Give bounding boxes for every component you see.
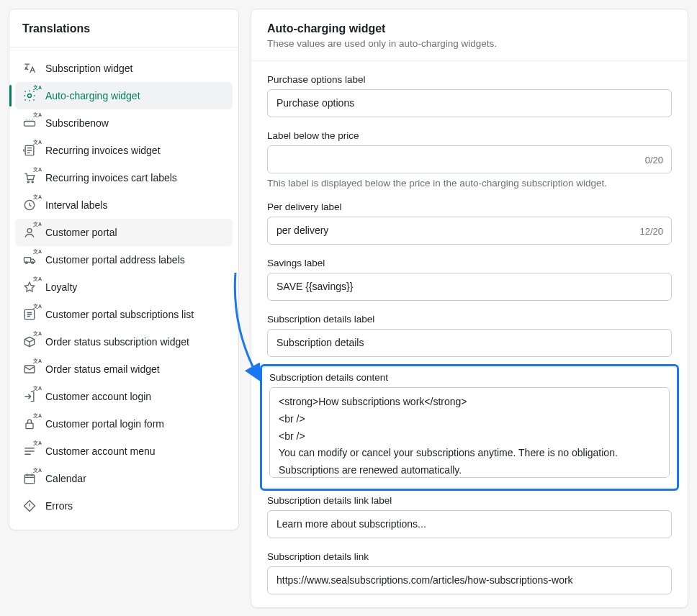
field-helper: This label is displayed below the price … <box>267 178 672 189</box>
sidebar-item-label: Loyalty <box>45 281 77 293</box>
sidebar-item-subscription-widget[interactable]: Subscription widget <box>15 55 233 82</box>
sidebar-item-label: Recurring invoices cart labels <box>45 172 177 184</box>
subscription-details-link-input[interactable] <box>267 566 672 594</box>
translate-icon <box>22 61 37 76</box>
sidebar-item-label: Interval labels <box>45 199 107 211</box>
calendar-icon: 文A <box>22 471 37 486</box>
page-subtitle: These values are used only in auto-charg… <box>267 38 672 49</box>
sidebar-item-customer-portal-subscriptions-list[interactable]: 文A Customer portal subscriptions list <box>15 301 233 328</box>
star-icon: 文A <box>22 280 37 294</box>
svg-point-8 <box>26 262 28 264</box>
sidebar-item-label: Customer portal address labels <box>45 254 185 266</box>
sidebar-item-calendar[interactable]: 文A Calendar <box>15 465 233 492</box>
field-label: Savings label <box>267 258 672 268</box>
svg-rect-12 <box>26 423 33 429</box>
main-panel: Auto-charging widget These values are us… <box>251 9 688 608</box>
field-subscription-details-label: Subscription details label <box>267 314 672 357</box>
savings-input[interactable] <box>267 273 672 301</box>
sidebar-item-label: Order status email widget <box>45 363 160 375</box>
sidebar-item-errors[interactable]: Errors <box>15 492 233 520</box>
field-savings-label: Savings label <box>267 258 672 301</box>
field-subscription-details-link-label: Subscription details link label <box>267 495 672 538</box>
field-per-delivery-label: Per delivery label 12/20 <box>267 201 672 245</box>
form-body: Purchase options label Label below the p… <box>251 61 688 607</box>
purchase-options-input[interactable] <box>267 89 672 117</box>
svg-rect-13 <box>24 475 34 484</box>
svg-rect-11 <box>24 366 34 373</box>
sidebar-item-label: Customer portal login form <box>45 418 164 430</box>
clock-icon: 文A <box>22 198 37 212</box>
sidebar-item-customer-account-login[interactable]: 文A Customer account login <box>15 383 233 410</box>
subscription-details-label-input[interactable] <box>267 329 672 357</box>
sidebar-item-auto-charging-widget[interactable]: 文A Auto-charging widget <box>15 82 233 109</box>
sidebar-title: Translations <box>9 9 238 47</box>
sidebar-item-customer-portal[interactable]: 文A Customer portal <box>15 219 233 246</box>
sidebar-item-label: Customer account login <box>45 391 151 402</box>
field-label: Subscription details label <box>267 314 672 325</box>
subscription-details-link-label-input[interactable] <box>267 510 672 538</box>
sidebar-item-label: Order status subscription widget <box>45 336 189 348</box>
field-label-below-price: Label below the price 0/20 This label is… <box>267 130 672 189</box>
sidebar-item-order-status-email-widget[interactable]: 文A Order status email widget <box>15 355 233 383</box>
invoice-icon: 文A <box>22 143 37 158</box>
page-title: Auto-charging widget <box>267 22 672 35</box>
main-header: Auto-charging widget These values are us… <box>251 9 688 61</box>
sidebar-item-loyalty[interactable]: 文A Loyalty <box>15 273 233 301</box>
sidebar-item-recurring-invoices-cart-labels[interactable]: 文A Recurring invoices cart labels <box>15 164 233 191</box>
box-icon: 文A <box>22 335 37 349</box>
sidebar-item-label: Recurring invoices widget <box>45 145 161 156</box>
sidebar-item-label: Customer portal subscriptions list <box>45 309 194 320</box>
list-icon: 文A <box>22 307 37 322</box>
error-icon <box>22 499 37 513</box>
gear-icon: 文A <box>22 89 37 103</box>
sidebar-item-subscribenow[interactable]: 文A Subscribenow <box>15 109 233 137</box>
svg-rect-7 <box>24 258 31 263</box>
truck-icon: 文A <box>22 253 37 267</box>
lock-icon: 文A <box>22 417 37 431</box>
svg-rect-1 <box>24 122 35 127</box>
user-icon: 文A <box>22 225 37 240</box>
sidebar-nav: Subscription widget 文A Auto-charging wid… <box>9 47 238 530</box>
svg-point-9 <box>32 262 34 264</box>
sidebar-item-label: Calendar <box>45 473 86 484</box>
field-label: Subscription details link label <box>267 495 672 506</box>
sidebar-item-label: Customer account menu <box>45 445 156 457</box>
sidebar-item-customer-account-menu[interactable]: 文A Customer account menu <box>15 438 233 465</box>
sidebar-item-label: Customer portal <box>45 227 117 238</box>
sidebar-item-label: Errors <box>45 500 73 512</box>
per-delivery-input[interactable] <box>267 217 672 245</box>
button-icon: 文A <box>22 116 37 130</box>
field-purchase-options-label: Purchase options label <box>267 74 672 117</box>
sidebar-item-customer-portal-address-labels[interactable]: 文A Customer portal address labels <box>15 246 233 273</box>
svg-point-0 <box>28 94 32 98</box>
menu-icon: 文A <box>22 444 37 458</box>
field-label: Subscription details content <box>269 372 670 383</box>
label-below-price-input[interactable] <box>267 145 672 173</box>
sidebar-item-label: Auto-charging widget <box>45 90 140 101</box>
cart-icon: 文A <box>22 171 37 185</box>
field-subscription-details-content: Subscription details content <box>269 372 670 480</box>
sidebar-item-order-status-subscription-widget[interactable]: 文A Order status subscription widget <box>15 328 233 355</box>
field-label: Per delivery label <box>267 201 672 212</box>
sidebar-item-label: Subscription widget <box>45 63 132 74</box>
sidebar-item-label: Subscribenow <box>45 117 109 129</box>
sidebar-item-recurring-invoices-widget[interactable]: 文A Recurring invoices widget <box>15 137 233 164</box>
field-label: Subscription details link <box>267 551 672 562</box>
login-icon: 文A <box>22 389 37 404</box>
field-label: Label below the price <box>267 130 672 141</box>
subscription-details-content-textarea[interactable] <box>269 387 670 478</box>
field-label: Purchase options label <box>267 74 672 85</box>
svg-point-3 <box>27 181 29 183</box>
sidebar: Translations Subscription widget 文A Auto… <box>9 9 239 530</box>
field-subscription-details-link: Subscription details link <box>267 551 672 594</box>
mail-icon: 文A <box>22 362 37 376</box>
sidebar-item-interval-labels[interactable]: 文A Interval labels <box>15 191 233 219</box>
svg-point-6 <box>27 229 32 233</box>
svg-point-4 <box>32 181 33 183</box>
sidebar-item-customer-portal-login-form[interactable]: 文A Customer portal login form <box>15 410 233 438</box>
highlighted-section: Subscription details content <box>260 364 679 491</box>
